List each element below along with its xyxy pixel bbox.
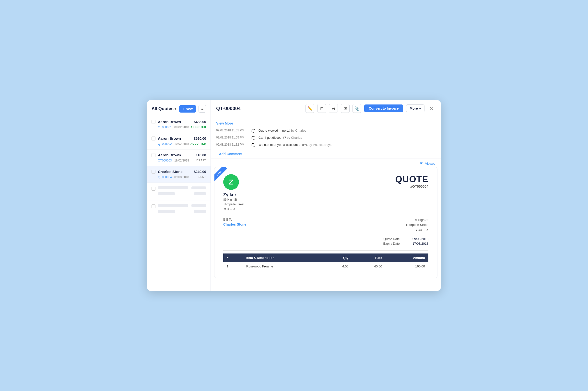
company-addr2: Thrope le Street: [223, 202, 244, 207]
doc-title: QUOTE: [395, 174, 428, 185]
edit-button[interactable]: ✏️: [306, 104, 314, 113]
col-description: Item & Description: [243, 254, 322, 262]
menu-button[interactable]: ≡: [199, 105, 206, 112]
comment-icon: 💬: [251, 136, 255, 140]
quote-customer-name: Charles Stone: [158, 170, 183, 174]
quote-status: ACCEPTED: [190, 125, 206, 128]
bill-to-name[interactable]: Charles Stone: [223, 222, 246, 226]
doc-number: #QT000004: [395, 185, 428, 189]
line-divider: [223, 250, 428, 251]
more-chevron: ▾: [419, 106, 421, 110]
comment-icon: 💬: [251, 129, 255, 133]
dates-section: Quote Date : 09/08/2018 Expiry Date : 17…: [223, 237, 428, 246]
quotes-title-chevron: ▾: [175, 107, 176, 111]
quote-list: Aaron Brown £488.00 QT000001 09/02/2018 …: [147, 116, 211, 291]
cell-qty: 4.00: [322, 262, 352, 271]
attachment-icon: 📎: [354, 106, 359, 111]
comment-time: 09/08/2018 11:05 PM: [216, 136, 248, 139]
comment-entry: 09/08/2018 11:12 PM 💬 We can offer you a…: [216, 143, 436, 148]
app-container: All Quotes ▾ + New ≡ Aaron Brown £488.00…: [147, 100, 441, 291]
all-quotes-title[interactable]: All Quotes ▾: [151, 106, 177, 111]
quote-document: Sent Z Zylker 86 High St Thrope le Stree…: [214, 167, 438, 278]
left-header: All Quotes ▾ + New ≡: [147, 100, 211, 116]
sent-badge-text: Sent: [215, 167, 227, 181]
close-button[interactable]: ✕: [427, 104, 436, 112]
quote-id[interactable]: QT000002: [158, 142, 172, 146]
cell-description: Rosewood Froame: [243, 262, 322, 271]
new-button[interactable]: + New: [179, 105, 196, 112]
ship-addr1: 86 High St: [406, 217, 428, 223]
quote-id[interactable]: QT000003: [158, 159, 172, 162]
quote-amount: £488.00: [194, 120, 206, 124]
list-item[interactable]: Charles Stone £240.00 QT000004 09/08/201…: [147, 166, 211, 183]
right-panel: QT-000004 ✏️ ⊡ 🖨 ✉ 📎 Convert to Invoice …: [211, 100, 441, 291]
sent-badge: Sent: [215, 167, 232, 185]
bill-to: Bill To Charles Stone: [223, 217, 246, 233]
quote-checkbox[interactable]: [151, 137, 155, 140]
quote-id[interactable]: QT000004: [158, 176, 172, 179]
print-button[interactable]: 🖨: [329, 104, 338, 113]
quote-amount: £520.00: [194, 137, 206, 140]
quote-date-row: Quote Date : 09/08/2018: [379, 237, 428, 241]
list-item[interactable]: Aaron Brown £520.00 QT000002 10/02/2018 …: [147, 133, 211, 150]
quote-date: 09/08/2018: [174, 176, 189, 179]
ship-addr2: Thorpe le Street: [406, 222, 428, 228]
comments-list: 09/08/2018 11:05 PM 💬 Quote viewed in po…: [216, 129, 436, 148]
quote-customer-name: Aaron Brown: [158, 136, 181, 140]
email-icon: ✉: [344, 106, 347, 111]
col-amount: Amount: [385, 254, 428, 262]
add-comment-link[interactable]: + Add Comment: [216, 152, 242, 156]
quote-checkbox[interactable]: [151, 153, 155, 157]
comment-time: 09/08/2018 11:12 PM: [216, 143, 248, 146]
cell-num: 1: [223, 262, 243, 271]
quote-date-label: Quote Date :: [379, 237, 401, 241]
viewed-status: 👁 Viewed: [211, 159, 441, 167]
quote-status: SENT: [199, 176, 206, 178]
quote-number: QT-000004: [216, 106, 303, 111]
skeleton-row: [147, 200, 211, 218]
quote-customer-name: Aaron Brown: [158, 153, 181, 157]
comment-text: We can offer you a discount of 5%. by Pa…: [258, 143, 333, 147]
more-label: More: [410, 106, 418, 110]
quote-doc-inner: Sent Z Zylker 86 High St Thrope le Stree…: [215, 167, 437, 278]
quote-status: DRAFT: [197, 159, 206, 162]
table-row: 1 Rosewood Froame 4.00 40.00 160.00: [223, 262, 428, 271]
quote-customer-name: Aaron Brown: [158, 120, 181, 124]
list-item[interactable]: Aaron Brown £10.00 QT000003 19/02/2018 D…: [147, 150, 211, 166]
col-qty: Qty: [322, 254, 352, 262]
bill-to-label: Bill To: [223, 217, 246, 221]
attachment-button[interactable]: 📎: [353, 104, 361, 113]
eye-icon: 👁: [420, 161, 424, 166]
quote-date: 09/02/2018: [174, 125, 189, 129]
convert-to-invoice-button[interactable]: Convert to Invoice: [364, 104, 403, 112]
more-button[interactable]: More ▾: [406, 104, 425, 112]
copy-icon: ⊡: [320, 106, 323, 111]
expiry-date-value: 17/08/2018: [409, 242, 428, 245]
quotes-title-text: All Quotes: [151, 106, 174, 111]
company-addr1: 86 High St: [223, 197, 244, 202]
quote-id[interactable]: QT000001: [158, 125, 172, 129]
table-body: 1 Rosewood Froame 4.00 40.00 160.00: [223, 262, 428, 271]
edit-icon: ✏️: [307, 106, 312, 111]
quote-checkbox[interactable]: [151, 170, 155, 174]
viewed-label: Viewed: [425, 162, 436, 165]
quote-checkbox[interactable]: [151, 120, 155, 124]
print-icon: 🖨: [332, 106, 335, 111]
comment-entry: 09/08/2018 11:05 PM 💬 Can I get discount…: [216, 136, 436, 140]
col-rate: Rate: [352, 254, 385, 262]
copy-button[interactable]: ⊡: [317, 104, 326, 113]
expiry-date-label: Expiry Date :: [379, 242, 401, 245]
dates-col: Quote Date : 09/08/2018 Expiry Date : 17…: [379, 237, 428, 246]
company-address: 86 High St Thrope le Street YO4 3LX: [223, 197, 244, 212]
quote-date-value: 09/08/2018: [409, 237, 428, 241]
table-header-row: # Item & Description Qty Rate Amount: [223, 254, 428, 262]
email-button[interactable]: ✉: [341, 104, 350, 113]
left-panel: All Quotes ▾ + New ≡ Aaron Brown £488.00…: [147, 100, 211, 291]
view-more-link[interactable]: View More: [216, 121, 436, 125]
company-name: Zylker: [223, 192, 244, 197]
comment-icon: 💬: [251, 143, 255, 148]
list-item[interactable]: Aaron Brown £488.00 QT000001 09/02/2018 …: [147, 116, 211, 133]
quote-date: 10/02/2018: [174, 142, 189, 146]
comment-text: Can I get discount? by Charles: [258, 136, 302, 139]
comments-section: View More 09/08/2018 11:05 PM 💬 Quote vi…: [211, 117, 441, 159]
